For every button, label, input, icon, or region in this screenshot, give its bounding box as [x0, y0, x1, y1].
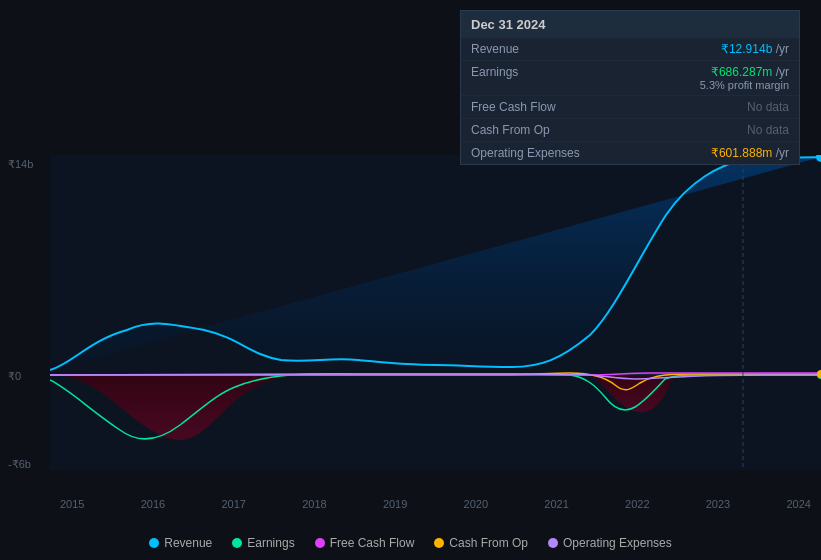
tooltip-cashop-value: No data — [747, 123, 789, 137]
tooltip-fcf-row: Free Cash Flow No data — [461, 96, 799, 119]
legend-item-revenue[interactable]: Revenue — [149, 536, 212, 550]
x-label-2015: 2015 — [60, 498, 84, 510]
tooltip-opex-label: Operating Expenses — [471, 146, 580, 160]
tooltip-opex-value: ₹601.888m /yr — [711, 146, 789, 160]
legend-label-cashop: Cash From Op — [449, 536, 528, 550]
tooltip-box: Dec 31 2024 Revenue ₹12.914b /yr Earning… — [460, 10, 800, 165]
legend-label-fcf: Free Cash Flow — [330, 536, 415, 550]
tooltip-revenue-row: Revenue ₹12.914b /yr — [461, 38, 799, 61]
chart-container: ₹14b ₹0 -₹6b — [0, 0, 821, 560]
legend-dot-opex — [548, 538, 558, 548]
x-label-2020: 2020 — [464, 498, 488, 510]
tooltip-fcf-value: No data — [747, 100, 789, 114]
legend-label-revenue: Revenue — [164, 536, 212, 550]
tooltip-cashop-row: Cash From Op No data — [461, 119, 799, 142]
tooltip-cashop-label: Cash From Op — [471, 123, 550, 137]
y-label-top: ₹14b — [8, 158, 33, 171]
tooltip-revenue-value: ₹12.914b /yr — [721, 42, 789, 56]
legend-dot-fcf — [315, 538, 325, 548]
legend-dot-revenue — [149, 538, 159, 548]
tooltip-profit-margin: 5.3% profit margin — [700, 79, 789, 91]
legend-item-earnings[interactable]: Earnings — [232, 536, 294, 550]
x-label-2019: 2019 — [383, 498, 407, 510]
y-label-bottom: -₹6b — [8, 458, 31, 471]
x-label-2018: 2018 — [302, 498, 326, 510]
legend-item-opex[interactable]: Operating Expenses — [548, 536, 672, 550]
chart-svg — [50, 155, 821, 470]
x-label-2017: 2017 — [221, 498, 245, 510]
tooltip-date: Dec 31 2024 — [461, 11, 799, 38]
tooltip-earnings-value: ₹686.287m /yr — [700, 65, 789, 79]
tooltip-revenue-label: Revenue — [471, 42, 519, 56]
chart-legend: Revenue Earnings Free Cash Flow Cash Fro… — [0, 536, 821, 550]
legend-label-earnings: Earnings — [247, 536, 294, 550]
x-label-2021: 2021 — [544, 498, 568, 510]
x-axis-labels: 2015 2016 2017 2018 2019 2020 2021 2022 … — [50, 498, 821, 510]
legend-dot-cashop — [434, 538, 444, 548]
legend-dot-earnings — [232, 538, 242, 548]
tooltip-earnings-row: Earnings ₹686.287m /yr 5.3% profit margi… — [461, 61, 799, 96]
x-label-2016: 2016 — [141, 498, 165, 510]
legend-item-cashop[interactable]: Cash From Op — [434, 536, 528, 550]
tooltip-opex-row: Operating Expenses ₹601.888m /yr — [461, 142, 799, 164]
x-label-2024: 2024 — [786, 498, 810, 510]
x-label-2023: 2023 — [706, 498, 730, 510]
tooltip-earnings-label: Earnings — [471, 65, 518, 91]
legend-label-opex: Operating Expenses — [563, 536, 672, 550]
x-label-2022: 2022 — [625, 498, 649, 510]
legend-item-fcf[interactable]: Free Cash Flow — [315, 536, 415, 550]
tooltip-fcf-label: Free Cash Flow — [471, 100, 556, 114]
y-label-zero: ₹0 — [8, 370, 21, 383]
